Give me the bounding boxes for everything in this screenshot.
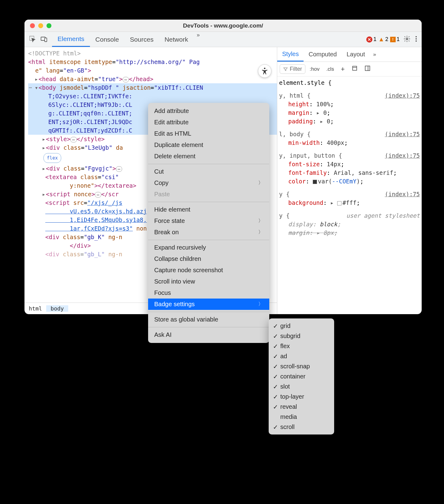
html-node[interactable]: <html itemscope itemtype="http://schema.…	[28, 58, 277, 75]
kebab-icon[interactable]	[415, 35, 417, 44]
svg-point-5	[416, 38, 417, 39]
head-node[interactable]: ▸<head data-aimvt="true">⋯</head>	[28, 75, 277, 83]
hov-toggle[interactable]: :hov	[307, 66, 322, 72]
svg-rect-8	[353, 66, 356, 70]
inspect-icon[interactable]	[29, 35, 36, 44]
ctx-capture-screenshot[interactable]: Capture node screenshot	[148, 265, 269, 276]
tab-network[interactable]: Network	[159, 32, 194, 47]
badge-subgrid[interactable]: subgrid	[269, 331, 334, 341]
ctx-force-state[interactable]: Force state〉	[148, 215, 269, 227]
tab-console[interactable]: Console	[90, 32, 125, 47]
ctx-break-on[interactable]: Break on〉	[148, 227, 269, 238]
flex-badge[interactable]: flex	[43, 153, 61, 163]
badge-scroll-snap[interactable]: scroll-snap	[269, 361, 334, 371]
rule-input-button[interactable]: y, input, button {(index):75 font-size: …	[279, 151, 420, 186]
info-icon: !	[390, 37, 396, 42]
chevron-right-icon: 〉	[258, 180, 263, 186]
rule-element-style[interactable]: element.style {	[279, 78, 420, 87]
ctx-duplicate-element[interactable]: Duplicate element	[148, 139, 269, 151]
window-title: DevTools - www.google.com/	[24, 22, 422, 29]
warning-icon: ▲	[378, 36, 384, 43]
svg-point-7	[264, 68, 266, 69]
context-menu: Add attribute Edit attribute Edit as HTM…	[148, 103, 269, 343]
ctx-paste: Paste	[148, 189, 269, 200]
rendering-icon[interactable]	[362, 65, 373, 73]
issues-counter[interactable]: ✕1 ▲2 !1	[366, 36, 400, 43]
zoom-icon[interactable]	[47, 23, 51, 28]
sidebar-tab-computed[interactable]: Computed	[304, 47, 341, 62]
settings-icon[interactable]	[403, 35, 411, 44]
main-toolbar: Elements Console Sources Network » ✕1 ▲2…	[24, 32, 422, 47]
badge-top-layer[interactable]: top-layer	[269, 392, 334, 402]
badge-settings-submenu: grid subgrid flex ad scroll-snap contain…	[269, 318, 334, 434]
ctx-add-attribute[interactable]: Add attribute	[148, 105, 269, 117]
badge-grid[interactable]: grid	[269, 321, 334, 331]
chevron-right-icon: 〉	[258, 301, 263, 307]
rule-body-minwidth[interactable]: l, body {(index):75 min-width: 400px;	[279, 130, 420, 147]
chevron-right-icon: 〉	[258, 218, 263, 224]
new-rule-icon[interactable]: +	[338, 65, 347, 73]
badge-ad[interactable]: ad	[269, 351, 334, 361]
close-icon[interactable]	[30, 23, 35, 28]
cls-toggle[interactable]: .cls	[324, 66, 337, 72]
titlebar: DevTools - www.google.com/	[24, 20, 422, 32]
badge-scroll[interactable]: scroll	[269, 422, 334, 432]
ctx-edit-as-html[interactable]: Edit as HTML	[148, 128, 269, 139]
doctype-node[interactable]: <!DOCTYPE html>	[28, 49, 277, 58]
ctx-delete-element[interactable]: Delete element	[148, 151, 269, 162]
device-toggle-icon[interactable]	[40, 35, 48, 44]
crumb-html[interactable]: html	[24, 305, 46, 312]
badge-media[interactable]: media	[269, 412, 334, 422]
ctx-focus[interactable]: Focus	[148, 287, 269, 299]
svg-rect-2	[45, 38, 47, 42]
accessibility-icon[interactable]	[258, 64, 271, 78]
svg-point-4	[416, 36, 417, 37]
more-tabs-icon[interactable]: »	[194, 32, 203, 47]
chevron-right-icon: 〉	[258, 229, 263, 235]
crumb-body[interactable]: body	[46, 305, 68, 312]
svg-rect-9	[365, 66, 370, 71]
rule-html[interactable]: y, html {(index):75 height: 100%; margin…	[279, 91, 420, 126]
badge-flex[interactable]: flex	[269, 341, 334, 351]
styles-sidebar: Styles Computed Layout » Filter :hov .cl…	[277, 47, 422, 314]
ctx-edit-attribute[interactable]: Edit attribute	[148, 117, 269, 128]
rule-background[interactable]: y {(index):75 background: #fff;	[279, 190, 420, 207]
ctx-cut[interactable]: Cut	[148, 166, 269, 177]
svg-point-6	[416, 40, 417, 42]
ctx-ask-ai[interactable]: Ask AI	[148, 329, 269, 340]
svg-point-3	[406, 38, 408, 40]
traffic-lights	[30, 23, 51, 28]
computed-styles-icon[interactable]	[349, 65, 360, 73]
rule-ua[interactable]: y {user agent stylesheet display: block;…	[279, 211, 420, 237]
ctx-store-global[interactable]: Store as global variable	[148, 314, 269, 325]
badge-container[interactable]: container	[269, 371, 334, 382]
panel-tabs: Elements Console Sources Network »	[52, 32, 203, 47]
sidebar-tab-styles[interactable]: Styles	[277, 47, 304, 62]
ctx-collapse-children[interactable]: Collapse children	[148, 253, 269, 265]
badge-reveal[interactable]: reveal	[269, 402, 334, 412]
more-sidebar-tabs-icon[interactable]: »	[370, 51, 379, 58]
filter-input[interactable]: Filter	[280, 64, 305, 74]
badge-slot[interactable]: slot	[269, 382, 334, 392]
sidebar-tab-layout[interactable]: Layout	[342, 47, 370, 62]
ctx-expand-recursively[interactable]: Expand recursively	[148, 242, 269, 253]
ctx-scroll-into-view[interactable]: Scroll into view	[148, 276, 269, 287]
ctx-badge-settings[interactable]: Badge settings〉	[148, 299, 269, 310]
error-icon: ✕	[366, 36, 372, 43]
minimize-icon[interactable]	[38, 23, 43, 28]
ctx-copy[interactable]: Copy〉	[148, 177, 269, 189]
ctx-hide-element[interactable]: Hide element	[148, 204, 269, 215]
tab-elements[interactable]: Elements	[52, 32, 90, 47]
tab-sources[interactable]: Sources	[125, 32, 159, 47]
